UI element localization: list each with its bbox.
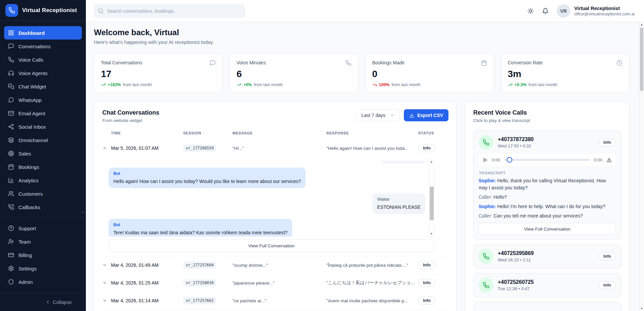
- trend-down-icon: [372, 82, 377, 87]
- sidebar-item-dashboard[interactable]: Dashboard: [4, 26, 82, 40]
- sidebar-item-support[interactable]: Support: [4, 222, 82, 235]
- table-row[interactable]: Mar 4, 2026, 01:14 AM vr_177257662 "ce p…: [102, 292, 448, 310]
- info-badge[interactable]: Info: [418, 144, 435, 152]
- scroll-up-arrow[interactable]: ▲: [429, 160, 434, 163]
- trend-up-icon: [236, 82, 241, 87]
- transcript-line: Sophie: Hello, thank you for calling Vir…: [479, 177, 616, 191]
- table-row[interactable]: Mar 4, 2026, 01:49 AM vr_177257604 "scum…: [102, 256, 448, 274]
- sidebar-item-whatsapp[interactable]: WhatsApp: [4, 93, 82, 107]
- sidebar-item-chat-widget[interactable]: Chat Widget: [4, 80, 82, 93]
- headphones-icon: [8, 70, 14, 76]
- transcript-line: Caller: Hello?: [479, 194, 616, 201]
- chevron-down-icon[interactable]: [102, 298, 110, 303]
- scroll-thumb[interactable]: [430, 187, 434, 220]
- total-time: 0:00: [594, 158, 602, 163]
- trend-up-icon: [101, 82, 106, 87]
- info-badge[interactable]: Info: [599, 252, 616, 260]
- info-badge[interactable]: Info: [599, 281, 616, 289]
- stat-card-conversion-rate: Conversion Rate 3m +0.3%from last month: [501, 54, 630, 93]
- voice-call-card[interactable]: +40725260725 Tue 12:39 • 0:47 Info: [473, 273, 621, 297]
- stat-value: 3m: [508, 69, 623, 79]
- stat-card-voice-minutes: Voice Minutes 6 +0%from last month: [229, 54, 358, 93]
- chevron-up-icon[interactable]: [102, 146, 110, 150]
- phone-icon: [345, 60, 352, 66]
- chevron-down-icon[interactable]: [102, 263, 110, 267]
- sidebar-item-voice-calls[interactable]: Voice Calls: [4, 53, 82, 66]
- credit-card-icon: [8, 252, 14, 258]
- clipped-bubble: [381, 161, 425, 164]
- target-icon: [8, 150, 14, 157]
- user-menu[interactable]: VR Virtual Receptionist office@virtualre…: [557, 4, 635, 18]
- recent-voice-calls-panel: Recent Voice Calls Click to play & view …: [465, 102, 630, 311]
- topbar: VR Virtual Receptionist office@virtualre…: [86, 0, 644, 22]
- date-range-select[interactable]: Last 7 days: [356, 109, 400, 121]
- scroll-thumb[interactable]: [640, 27, 643, 91]
- visitor-message-bubble: Visitor ESTONIAN PLEASE: [372, 193, 425, 214]
- sidebar-scroll-indicator-chevron-down-icon[interactable]: [81, 210, 85, 214]
- transcript-label: TRANSCRIPT: [479, 171, 615, 175]
- sidebar-item-billing[interactable]: Billing: [4, 248, 82, 262]
- sidebar-item-team[interactable]: Team: [4, 235, 82, 248]
- info-badge[interactable]: Info: [418, 261, 435, 269]
- page-scrollbar[interactable]: ▲ ▼: [639, 22, 644, 311]
- sidebar-item-settings[interactable]: Settings: [4, 262, 82, 275]
- table-row[interactable]: Mar 4, 2026, 01:25 AM vr_177258030 "japa…: [102, 274, 448, 292]
- voice-calls-subtitle: Click to play & view transcript: [473, 118, 621, 123]
- info-badge[interactable]: Info: [599, 138, 616, 146]
- stats-row: Total Conversations 17 +183%from last mo…: [94, 54, 630, 93]
- stat-value: 6: [236, 69, 351, 79]
- conversation-scrollbar[interactable]: ▲ ▼: [429, 159, 434, 237]
- collapse-sidebar-button[interactable]: Collapse: [0, 293, 86, 311]
- sidebar-item-email-agent[interactable]: Email Agent: [4, 107, 82, 120]
- brand: Virtual Receptionist: [0, 0, 86, 21]
- gear-icon: [8, 265, 14, 271]
- sidebar-item-sales[interactable]: Sales: [4, 147, 82, 160]
- call-meta: Tue 12:39 • 0:47: [498, 286, 534, 291]
- sidebar-item-analytics[interactable]: Analytics: [4, 174, 82, 187]
- bot-message-bubble: Bot Hello again! How can I assist you to…: [109, 168, 306, 188]
- info-badge[interactable]: Info: [418, 297, 435, 305]
- stat-card-total-conversations: Total Conversations 17 +183%from last mo…: [94, 54, 223, 93]
- page-subtitle: Here's what's happening with your AI rec…: [94, 40, 630, 45]
- voice-call-card[interactable]: +40737872380 Wed 17:50 • 0:32 Info 0:00 …: [473, 130, 621, 240]
- sidebar-item-conversations[interactable]: Conversations: [4, 40, 82, 53]
- download-icon[interactable]: [606, 157, 612, 163]
- scroll-down-arrow[interactable]: ▼: [429, 232, 434, 235]
- phone-callback-icon: [8, 204, 14, 210]
- call-meta: Wed 16:10 • 2:11: [498, 257, 534, 262]
- play-icon[interactable]: [483, 158, 488, 163]
- grid-icon: [8, 30, 14, 36]
- stat-card-bookings-made: Bookings Made 0 100%from last month: [365, 54, 494, 93]
- scroll-up-arrow[interactable]: ▲: [639, 23, 644, 26]
- sidebar-item-callbacks[interactable]: Callbacks: [4, 200, 82, 214]
- voice-call-card[interactable]: +40725395869 Wed 16:10 • 2:11 Info: [473, 244, 621, 268]
- seek-slider[interactable]: [504, 159, 590, 161]
- notifications-bell-icon[interactable]: [542, 8, 549, 14]
- table-row[interactable]: Mar 5, 2026, 01:07 AM vr_177266559 "HI..…: [102, 139, 448, 157]
- sidebar-item-customers[interactable]: Customers: [4, 187, 82, 200]
- main-content: Welcome back, Virtual Here's what's happ…: [86, 22, 639, 311]
- info-badge[interactable]: Info: [418, 279, 435, 287]
- slider-thumb[interactable]: [506, 157, 512, 163]
- sidebar-item-bookings[interactable]: Bookings: [4, 160, 82, 174]
- theme-toggle-sun-icon[interactable]: [527, 8, 534, 14]
- call-meta: Wed 17:50 • 0:32: [498, 143, 534, 148]
- sidebar-item-voice-agents[interactable]: Voice Agents: [4, 66, 82, 80]
- call-number: +40737872380: [498, 136, 534, 142]
- sidebar-item-omnichannel[interactable]: Omnichannel: [4, 133, 82, 147]
- user-plus-icon: [8, 239, 14, 245]
- scroll-down-arrow[interactable]: ▼: [639, 307, 644, 310]
- sidebar-item-social-inbox[interactable]: Social Inbox: [4, 120, 82, 133]
- view-full-conversation-button[interactable]: View Full Conversation: [109, 239, 434, 252]
- export-csv-button[interactable]: Export CSV: [404, 109, 448, 121]
- bar-chart-icon: [8, 177, 14, 183]
- messages-icon: [8, 83, 14, 89]
- table-header: TIME SESSION MESSAGE RESPONSE STATUS: [102, 131, 448, 139]
- chevron-down-icon[interactable]: [102, 281, 110, 285]
- chat-panel-subtitle: From website widget: [102, 118, 159, 123]
- search-icon: [98, 8, 104, 14]
- sidebar-item-admin[interactable]: Admin: [4, 275, 82, 289]
- trend-up-icon: [508, 82, 513, 87]
- view-full-conversation-button[interactable]: View Full Conversation: [479, 223, 616, 235]
- search-input[interactable]: [94, 4, 245, 18]
